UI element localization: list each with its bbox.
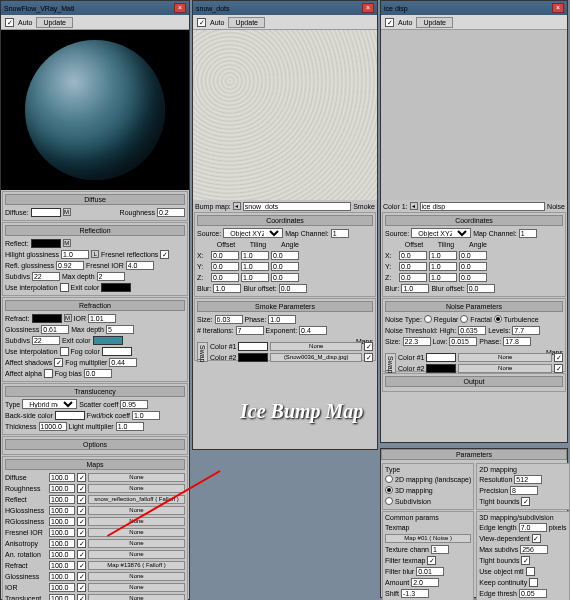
map-checkbox[interactable] <box>77 539 86 548</box>
nc1-map-button[interactable]: None <box>458 353 552 362</box>
nc1-checkbox[interactable] <box>554 353 563 362</box>
rfmaxd-spinner[interactable] <box>106 325 134 334</box>
map-amount-spinner[interactable] <box>49 484 75 493</box>
smoke-phase-spinner[interactable] <box>268 315 296 324</box>
low-spinner[interactable] <box>449 337 477 346</box>
smoke-iter-spinner[interactable] <box>236 326 264 335</box>
diffuse-map-button[interactable]: M <box>63 208 71 216</box>
map-slot-button[interactable]: None <box>88 594 185 601</box>
close-icon[interactable]: × <box>174 3 186 13</box>
z-tiling[interactable] <box>241 273 269 282</box>
map-slot-button[interactable]: Map #13876 ( Falloff ) <box>88 561 185 570</box>
y-tiling-2[interactable] <box>429 262 457 271</box>
swap-button-2[interactable]: Swap <box>385 353 396 373</box>
x-angle[interactable] <box>271 251 299 260</box>
maxsub-spinner[interactable] <box>520 545 548 554</box>
update-button-2[interactable]: Update <box>228 17 265 28</box>
smoke-exp-spinner[interactable] <box>299 326 327 335</box>
z-angle-2[interactable] <box>459 273 487 282</box>
auto-checkbox-2[interactable] <box>197 18 206 27</box>
bumpmap-name[interactable] <box>243 202 351 211</box>
map-checkbox[interactable] <box>77 550 86 559</box>
map-checkbox[interactable] <box>77 561 86 570</box>
map-slot-button[interactable]: snow_reflection_falloff ( Falloff ) <box>88 495 185 504</box>
uobj-checkbox[interactable] <box>526 567 535 576</box>
ior-spinner[interactable] <box>88 314 116 323</box>
params-title[interactable]: Parameters <box>381 449 567 460</box>
fogm-spinner[interactable] <box>109 358 137 367</box>
z-angle[interactable] <box>271 273 299 282</box>
close-icon[interactable]: × <box>362 3 374 13</box>
roughness-spinner[interactable] <box>157 208 185 217</box>
fior-spinner[interactable] <box>126 261 154 270</box>
coords-title-2[interactable]: Coordinates <box>385 215 563 226</box>
update-button-3[interactable]: Update <box>416 17 453 28</box>
map-amount-spinner[interactable] <box>49 583 75 592</box>
color1-name[interactable] <box>420 202 546 211</box>
source-dropdown[interactable]: Object XYZ <box>223 228 283 238</box>
ethresh-spinner[interactable] <box>519 589 547 598</box>
map-slot-button[interactable]: None <box>88 473 185 482</box>
hgloss-lock[interactable]: L <box>91 250 99 258</box>
vdep-checkbox[interactable] <box>532 534 541 543</box>
reflect-map-button[interactable]: M <box>63 239 71 247</box>
amount-spinner[interactable] <box>411 578 439 587</box>
nc2-map-button[interactable]: None <box>458 364 552 373</box>
res-spinner[interactable] <box>514 475 542 484</box>
map-slot-button[interactable]: None <box>88 517 185 526</box>
diffuse-title[interactable]: Diffuse <box>5 194 185 205</box>
2dtb-checkbox[interactable] <box>521 497 530 506</box>
map-slot-button[interactable]: None <box>88 583 185 592</box>
rfinterp-checkbox[interactable] <box>60 347 69 356</box>
map-slot-button[interactable]: None <box>88 484 185 493</box>
smoke-title[interactable]: Smoke Parameters <box>197 301 373 312</box>
rinterp-checkbox[interactable] <box>60 283 69 292</box>
y-offset-2[interactable] <box>399 262 427 271</box>
bluro-spinner-2[interactable] <box>467 284 495 293</box>
z-offset-2[interactable] <box>399 273 427 282</box>
map-slot-button[interactable]: None <box>88 572 185 581</box>
fwd-spinner[interactable] <box>132 411 160 420</box>
map-amount-spinner[interactable] <box>49 517 75 526</box>
c2-map-button[interactable]: (Snow0036_M_disp.jpg) <box>270 353 362 362</box>
y-offset[interactable] <box>211 262 239 271</box>
diffuse-swatch[interactable] <box>31 208 61 217</box>
c1-map-button[interactable]: None <box>270 342 362 351</box>
ashadow-checkbox[interactable] <box>54 358 63 367</box>
texmap-button[interactable]: Map #01 ( Noise ) <box>385 534 471 543</box>
map-checkbox[interactable] <box>77 517 86 526</box>
fresnel-checkbox[interactable] <box>160 250 169 259</box>
aalpha-checkbox[interactable] <box>44 369 53 378</box>
subdiv-radio[interactable] <box>385 497 393 505</box>
x-tiling[interactable] <box>241 251 269 260</box>
light-spinner[interactable] <box>116 422 144 431</box>
prec-spinner[interactable] <box>510 486 538 495</box>
3d-radio[interactable] <box>385 486 393 494</box>
c2-swatch[interactable] <box>238 353 268 362</box>
regular-radio[interactable] <box>424 315 432 323</box>
map-amount-spinner[interactable] <box>49 550 75 559</box>
rfgloss-spinner[interactable] <box>41 325 69 334</box>
edge-spinner[interactable] <box>519 523 547 532</box>
map-checkbox[interactable] <box>77 495 86 504</box>
nc2-checkbox[interactable] <box>554 364 563 373</box>
2d-radio[interactable] <box>385 475 393 483</box>
turbulence-radio[interactable] <box>494 315 502 323</box>
rexitc-swatch[interactable] <box>101 283 131 292</box>
y-angle[interactable] <box>271 262 299 271</box>
x-angle-2[interactable] <box>459 251 487 260</box>
map-amount-spinner[interactable] <box>49 561 75 570</box>
go-parent-icon[interactable]: ◂ <box>233 202 241 210</box>
auto-checkbox-3[interactable] <box>385 18 394 27</box>
back-swatch[interactable] <box>55 411 85 420</box>
map-amount-spinner[interactable] <box>49 506 75 515</box>
map-checkbox[interactable] <box>77 506 86 515</box>
mapch-spinner-2[interactable] <box>519 229 537 238</box>
nc1-swatch[interactable] <box>426 353 456 362</box>
output-title[interactable]: Output <box>385 376 563 387</box>
nsize-spinner[interactable] <box>403 337 431 346</box>
rgloss-spinner[interactable] <box>56 261 84 270</box>
map-amount-spinner[interactable] <box>49 528 75 537</box>
fblur-spinner[interactable] <box>416 567 444 576</box>
coords-title-1[interactable]: Coordinates <box>197 215 373 226</box>
